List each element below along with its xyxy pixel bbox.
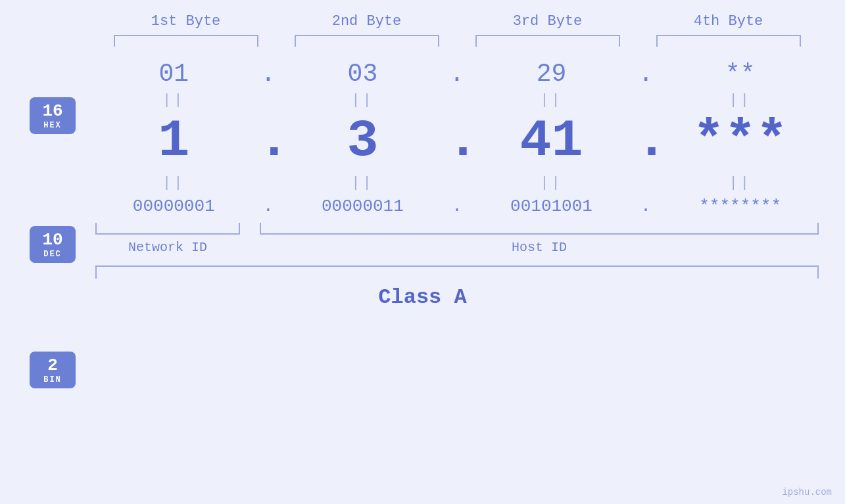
dot-bin-3: . bbox=[636, 196, 656, 216]
equals-row-2: || || || || bbox=[95, 175, 845, 191]
dot-hex-2: . bbox=[447, 60, 467, 88]
class-label: Class A bbox=[378, 285, 466, 309]
bin-byte1-cell: 00000001 bbox=[101, 196, 246, 216]
dot-bin-2: . bbox=[447, 196, 467, 216]
equals-row-1: || || || || bbox=[95, 92, 845, 108]
dot-dec-2: . bbox=[447, 111, 467, 171]
bin-byte4-cell: ******** bbox=[668, 196, 813, 216]
watermark: ipshu.com bbox=[782, 487, 832, 497]
hex-byte2: 03 bbox=[348, 60, 378, 88]
eq2-b2: || bbox=[290, 175, 435, 191]
host-id-text: Host ID bbox=[512, 240, 567, 255]
bin-byte3: 00101001 bbox=[510, 196, 592, 216]
hex-byte1: 01 bbox=[158, 60, 189, 88]
id-labels-row: Network ID Host ID bbox=[95, 240, 845, 255]
hex-byte3-cell: 29 bbox=[479, 60, 624, 88]
dec-byte3-cell: 41 bbox=[479, 111, 624, 171]
hex-byte4-cell: ** bbox=[668, 60, 813, 88]
bracket-top-1 bbox=[114, 35, 258, 47]
hex-byte4: ** bbox=[725, 60, 756, 88]
network-id-label: Network ID bbox=[95, 240, 240, 255]
main-container: 1st Byte 2nd Byte 3rd Byte 4th Byte 01 .… bbox=[0, 0, 845, 504]
dec-byte4-cell: *** bbox=[668, 111, 813, 171]
dec-byte2-cell: 3 bbox=[290, 111, 435, 171]
dec-byte4: *** bbox=[693, 111, 788, 171]
dec-byte1: 1 bbox=[158, 111, 189, 171]
bin-row: 00000001 . 00000011 . 00101001 . *******… bbox=[95, 196, 845, 216]
dot-dec-1: . bbox=[258, 111, 278, 171]
bracket-top-2 bbox=[295, 35, 439, 47]
bin-byte2: 00000011 bbox=[322, 196, 404, 216]
dec-byte1-cell: 1 bbox=[101, 111, 246, 171]
bracket-bottom-network bbox=[95, 223, 240, 235]
eq1-b3: || bbox=[479, 92, 624, 108]
class-label-row: Class A bbox=[0, 285, 845, 309]
byte4-header: 4th Byte bbox=[656, 13, 801, 30]
byte3-header: 3rd Byte bbox=[475, 13, 620, 30]
byte-headers: 1st Byte 2nd Byte 3rd Byte 4th Byte bbox=[95, 0, 845, 30]
eq1-b4: || bbox=[668, 92, 813, 108]
bin-byte4: ******** bbox=[699, 196, 781, 216]
dot-hex-3: . bbox=[636, 60, 656, 88]
eq2-b1: || bbox=[101, 175, 246, 191]
bracket-top-3 bbox=[475, 35, 620, 47]
bracket-bottom-host bbox=[260, 223, 819, 235]
class-bar bbox=[95, 265, 819, 279]
bin-byte3-cell: 00101001 bbox=[479, 196, 624, 216]
hex-byte2-cell: 03 bbox=[290, 60, 435, 88]
bin-byte2-cell: 00000011 bbox=[290, 196, 435, 216]
dot-hex-1: . bbox=[258, 60, 278, 88]
eq2-b3: || bbox=[479, 175, 624, 191]
eq2-b4: || bbox=[668, 175, 813, 191]
hex-byte3: 29 bbox=[537, 60, 567, 88]
dec-row: 1 . 3 . 41 . *** bbox=[95, 111, 845, 171]
top-brackets bbox=[95, 35, 845, 47]
hex-byte1-cell: 01 bbox=[101, 60, 246, 88]
bin-byte1: 00000001 bbox=[133, 196, 215, 216]
network-id-text: Network ID bbox=[128, 240, 207, 255]
host-id-label: Host ID bbox=[260, 240, 819, 255]
hex-row: 01 . 03 . 29 . ** bbox=[95, 60, 845, 88]
eq1-b2: || bbox=[290, 92, 435, 108]
dec-byte3: 41 bbox=[520, 111, 583, 171]
bracket-gap-1 bbox=[240, 223, 260, 235]
dec-byte2: 3 bbox=[347, 111, 378, 171]
byte2-header: 2nd Byte bbox=[295, 13, 439, 30]
byte1-header: 1st Byte bbox=[114, 13, 258, 30]
eq1-b1: || bbox=[101, 92, 246, 108]
bottom-brackets-section bbox=[95, 223, 845, 235]
bracket-top-4 bbox=[656, 35, 801, 47]
dot-bin-1: . bbox=[258, 196, 278, 216]
dot-dec-3: . bbox=[636, 111, 656, 171]
